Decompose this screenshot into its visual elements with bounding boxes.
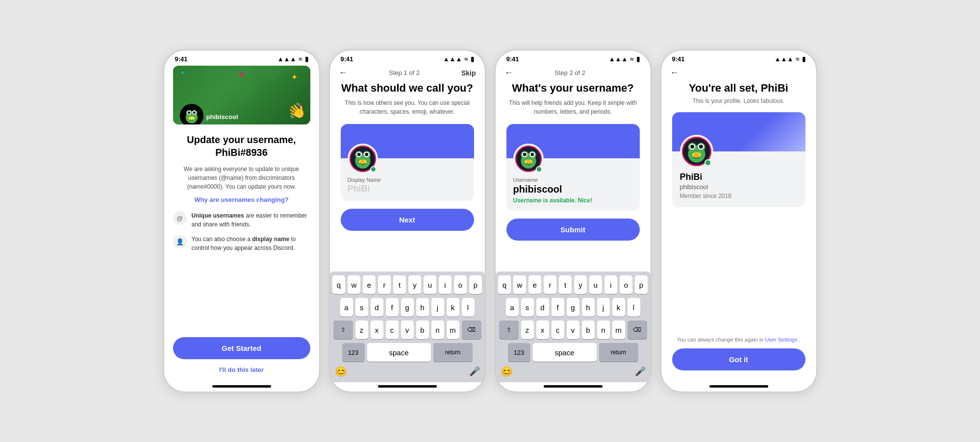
battery-icon-3: ▮ [636,55,640,63]
key-o[interactable]: o [454,275,467,294]
key-g-3[interactable]: g [567,298,579,317]
key-r-3[interactable]: r [544,275,556,294]
time-3: 9:41 [506,55,519,63]
svg-point-8 [188,117,194,120]
display-name-value-2: PhiBi [348,184,467,194]
keyboard-row4-3: 123 space return [498,343,649,362]
submit-button[interactable]: Submit [506,219,640,241]
key-n-3[interactable]: n [597,320,610,339]
status-bar-4: 9:41 ▲▲▲ ≈ ▮ [661,50,816,66]
key-m[interactable]: m [447,320,459,339]
key-space[interactable]: space [367,343,431,362]
key-o-3[interactable]: o [620,275,632,294]
key-e-3[interactable]: e [528,275,541,294]
back-button-4[interactable]: ← [670,68,679,78]
emoji-icon-3[interactable]: 😊 [501,366,513,377]
wifi-icon-3: ≈ [630,55,633,63]
key-x-3[interactable]: x [536,320,549,339]
key-m-3[interactable]: m [612,320,625,339]
key-r[interactable]: r [378,275,391,294]
key-a-3[interactable]: a [506,298,519,317]
key-j-3[interactable]: j [597,298,610,317]
key-w[interactable]: w [348,275,360,294]
svg-point-16 [365,153,368,156]
key-g[interactable]: g [401,298,414,317]
battery-icon-2: ▮ [471,55,474,63]
key-b[interactable]: b [416,320,429,339]
do-later-link[interactable]: I'll do this later [173,364,310,375]
key-p-3[interactable]: p [635,275,648,294]
key-b-3[interactable]: b [582,320,595,339]
key-c[interactable]: c [386,320,399,339]
key-h-3[interactable]: h [582,298,595,317]
key-return[interactable]: return [433,343,473,362]
key-f[interactable]: f [386,298,399,317]
got-it-button[interactable]: Got it [672,348,805,370]
key-u[interactable]: u [424,275,436,294]
key-return-3[interactable]: return [599,343,638,362]
next-button[interactable]: Next [341,209,474,231]
key-d-3[interactable]: d [536,298,549,317]
emoji-icon-2[interactable]: 😊 [335,366,347,377]
key-s-3[interactable]: s [521,298,534,317]
key-k-3[interactable]: k [612,298,625,317]
user-settings-link[interactable]: User Settings [765,337,797,343]
key-q-3[interactable]: q [498,275,511,294]
key-s[interactable]: s [355,298,368,317]
key-w-3[interactable]: w [513,275,526,294]
key-k[interactable]: k [447,298,459,317]
key-p[interactable]: p [469,275,482,294]
avatar-wrap-2 [348,144,378,174]
key-backspace[interactable]: ⌫ [462,320,481,339]
key-numbers-3[interactable]: 123 [508,343,530,362]
key-t[interactable]: t [393,275,406,294]
key-z-3[interactable]: z [521,320,534,339]
key-u-3[interactable]: u [589,275,602,294]
key-l-3[interactable]: l [628,298,640,317]
keyboard-bottom-2: 😊 🎤 [332,366,483,380]
key-l[interactable]: l [462,298,475,317]
battery-icon: ▮ [305,55,308,63]
phone4-title: You're all set, PhiBi [689,82,788,95]
key-h[interactable]: h [416,298,429,317]
footer-text-before: You can always change this again in [677,337,765,343]
key-j[interactable]: j [431,298,444,317]
key-y[interactable]: y [408,275,421,294]
back-button-2[interactable]: ← [339,68,348,78]
phone4-profile-name: PhiBi [680,172,798,182]
key-z[interactable]: z [355,320,368,339]
why-link[interactable]: Why are usernames changing? [194,196,288,203]
keyboard-row1-3: q w e r t y u i o p [498,275,649,294]
time-2: 9:41 [341,55,353,63]
key-i[interactable]: i [439,275,452,294]
key-v-3[interactable]: v [567,320,579,339]
key-i-3[interactable]: i [604,275,617,294]
banner-avatar [180,104,203,124]
svg-point-28 [526,160,530,164]
key-t-3[interactable]: t [559,275,572,294]
mic-icon-2[interactable]: 🎤 [469,366,480,377]
username-label-3: Username [513,177,633,183]
key-q[interactable]: q [332,275,345,294]
key-a[interactable]: a [340,298,353,317]
key-space-3[interactable]: space [533,343,597,362]
key-e[interactable]: e [363,275,376,294]
key-backspace-3[interactable]: ⌫ [628,320,647,339]
key-f-3[interactable]: f [552,298,564,317]
phone4-nav: ← [661,66,816,82]
status-icons-4: ▲▲▲ ≈ ▮ [775,55,805,63]
key-d[interactable]: d [371,298,383,317]
key-v[interactable]: v [401,320,414,339]
skip-button-2[interactable]: Skip [461,69,476,77]
key-x[interactable]: x [371,320,383,339]
mic-icon-3[interactable]: 🎤 [635,366,646,377]
key-y-3[interactable]: y [574,275,587,294]
key-shift[interactable]: ⇧ [333,320,353,339]
back-button-3[interactable]: ← [504,68,513,78]
get-started-button[interactable]: Get Started [173,337,310,359]
phone2-main: What should we call you? This is how oth… [330,82,485,271]
key-n[interactable]: n [431,320,444,339]
key-c-3[interactable]: c [552,320,564,339]
key-shift-3[interactable]: ⇧ [499,320,519,339]
key-numbers[interactable]: 123 [342,343,365,362]
